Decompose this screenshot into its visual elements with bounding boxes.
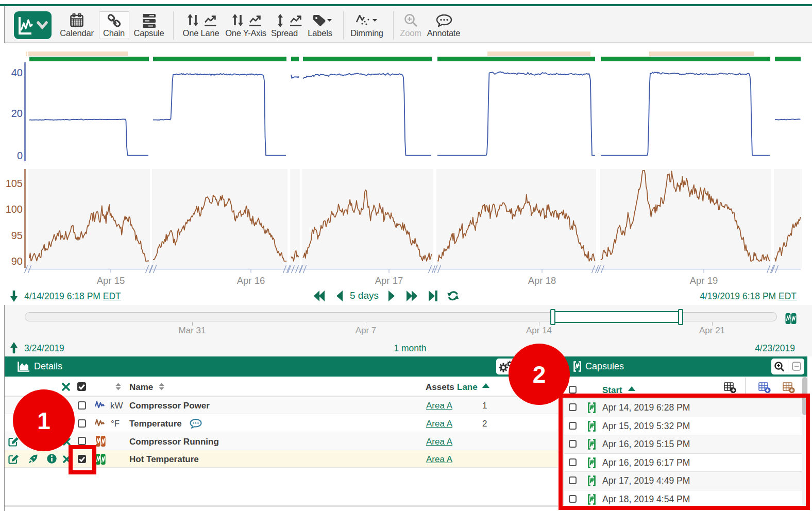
svg-text:Apr 17: Apr 17 [375,275,403,286]
svg-text:90: 90 [11,256,23,267]
svg-text:105: 105 [6,178,23,189]
svg-text:Apr 15: Apr 15 [97,275,125,286]
svg-text:Apr 18: Apr 18 [528,275,556,286]
svg-text:40: 40 [11,67,23,78]
svg-text:95: 95 [11,230,23,241]
svg-text:20: 20 [11,108,23,119]
svg-text:100: 100 [6,203,23,215]
svg-text:Apr 16: Apr 16 [237,275,265,286]
svg-text:Apr 19: Apr 19 [690,275,718,286]
svg-text:0: 0 [17,150,23,161]
